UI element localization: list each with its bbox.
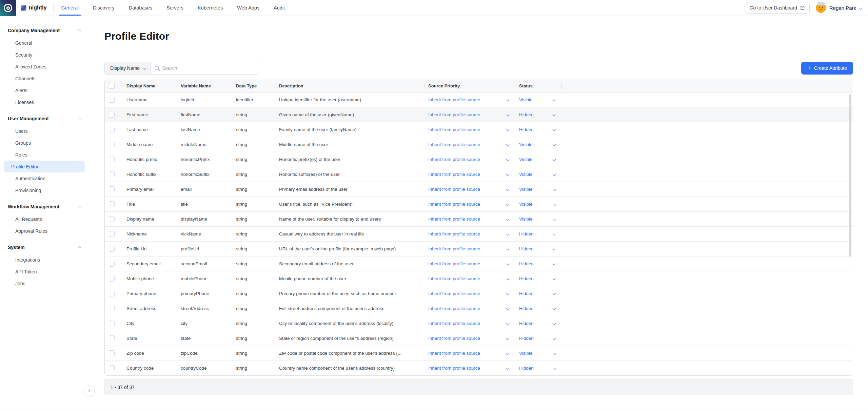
- source-priority-link[interactable]: Inherit from profile source: [428, 97, 480, 102]
- go-to-user-dashboard-button[interactable]: Go to User Dashboard: [745, 2, 810, 14]
- source-priority-link-dropdown[interactable]: Inherit from profile source: [428, 142, 515, 147]
- sidebar-item-general[interactable]: General: [4, 37, 85, 49]
- tab-kubernetes[interactable]: Kubernetes: [198, 0, 223, 16]
- status-link-dropdown[interactable]: Visible: [519, 172, 561, 177]
- sidebar-section-header-system[interactable]: System: [0, 242, 89, 252]
- source-priority-link-dropdown[interactable]: Inherit from profile source: [428, 291, 515, 296]
- source-priority-link[interactable]: Inherit from profile source: [428, 112, 480, 117]
- sidebar-item-security[interactable]: Security: [4, 49, 85, 61]
- row-checkbox[interactable]: [109, 186, 115, 192]
- source-priority-link-dropdown[interactable]: Inherit from profile source: [428, 97, 515, 102]
- row-checkbox[interactable]: [109, 335, 115, 341]
- status-link-dropdown[interactable]: Visible: [519, 217, 561, 222]
- status-link[interactable]: Visible: [519, 142, 533, 147]
- status-link-dropdown[interactable]: Hidden: [519, 321, 561, 326]
- status-link[interactable]: Visible: [519, 172, 533, 177]
- status-link[interactable]: Visible: [519, 187, 533, 192]
- source-priority-link[interactable]: Inherit from profile source: [428, 336, 480, 341]
- source-priority-link-dropdown[interactable]: Inherit from profile source: [428, 202, 515, 207]
- source-priority-link[interactable]: Inherit from profile source: [428, 351, 480, 356]
- sidebar-item-profile-editor[interactable]: Profile Editor: [4, 161, 85, 172]
- status-link[interactable]: Visible: [519, 97, 533, 102]
- row-checkbox[interactable]: [109, 97, 115, 103]
- source-priority-link-dropdown[interactable]: Inherit from profile source: [428, 321, 515, 326]
- sidebar-item-roles[interactable]: Roles: [4, 149, 85, 161]
- status-link[interactable]: Hidden: [519, 321, 534, 326]
- status-link-dropdown[interactable]: Visible: [519, 142, 561, 147]
- source-priority-link[interactable]: Inherit from profile source: [428, 246, 480, 251]
- sidebar-item-all-requests[interactable]: All Requests: [4, 213, 85, 225]
- create-attribute-button[interactable]: Create Attribute: [801, 62, 853, 75]
- status-link[interactable]: Hidden: [519, 336, 534, 341]
- source-priority-link[interactable]: Inherit from profile source: [428, 217, 480, 222]
- brand[interactable]: nightly: [21, 5, 46, 11]
- status-link[interactable]: Visible: [519, 217, 533, 222]
- source-priority-link-dropdown[interactable]: Inherit from profile source: [428, 336, 515, 341]
- status-link-dropdown[interactable]: Hidden: [519, 127, 561, 132]
- row-checkbox[interactable]: [109, 171, 115, 177]
- row-checkbox[interactable]: [109, 246, 115, 252]
- source-priority-link-dropdown[interactable]: Inherit from profile source: [428, 157, 515, 162]
- status-link[interactable]: Visible: [519, 157, 533, 162]
- sidebar-section-header-company-management[interactable]: Company Management: [0, 25, 89, 36]
- source-priority-link[interactable]: Inherit from profile source: [428, 157, 480, 162]
- source-priority-link[interactable]: Inherit from profile source: [428, 366, 480, 371]
- status-link-dropdown[interactable]: Hidden: [519, 306, 561, 311]
- search-input[interactable]: [162, 65, 256, 71]
- row-checkbox[interactable]: [109, 201, 115, 207]
- sidebar-item-integrations[interactable]: Integrations: [4, 254, 85, 266]
- sidebar-item-approval-rules[interactable]: Approval Rules: [4, 225, 85, 237]
- source-priority-link[interactable]: Inherit from profile source: [428, 231, 480, 236]
- row-checkbox[interactable]: [109, 321, 115, 326]
- status-link-dropdown[interactable]: Visible: [519, 187, 561, 192]
- tab-discovery[interactable]: Discovery: [93, 0, 115, 16]
- source-priority-link[interactable]: Inherit from profile source: [428, 321, 480, 326]
- row-checkbox[interactable]: [109, 306, 115, 311]
- brand-logo-icon[interactable]: [0, 0, 16, 16]
- status-link[interactable]: Hidden: [519, 366, 534, 371]
- row-checkbox[interactable]: [109, 142, 115, 147]
- sidebar-item-licenses[interactable]: Licenses: [4, 96, 85, 108]
- source-priority-link-dropdown[interactable]: Inherit from profile source: [428, 127, 515, 132]
- tab-audit[interactable]: Audit: [274, 0, 285, 16]
- status-link[interactable]: Hidden: [519, 127, 534, 132]
- status-link-dropdown[interactable]: Visible: [519, 97, 561, 102]
- status-link-dropdown[interactable]: Hidden: [519, 276, 561, 281]
- row-checkbox[interactable]: [109, 231, 115, 237]
- row-checkbox[interactable]: [109, 276, 115, 282]
- tab-databases[interactable]: Databases: [129, 0, 152, 16]
- select-all-checkbox[interactable]: [109, 83, 115, 89]
- sidebar-item-allowed-zones[interactable]: Allowed Zones: [4, 61, 85, 73]
- source-priority-link[interactable]: Inherit from profile source: [428, 306, 480, 311]
- source-priority-link[interactable]: Inherit from profile source: [428, 127, 480, 132]
- status-link[interactable]: Hidden: [519, 261, 534, 266]
- status-link-dropdown[interactable]: Hidden: [519, 336, 561, 341]
- status-link-dropdown[interactable]: Hidden: [519, 261, 561, 266]
- source-priority-link-dropdown[interactable]: Inherit from profile source: [428, 231, 515, 236]
- row-checkbox[interactable]: [109, 216, 115, 222]
- filter-field-dropdown[interactable]: Display Name: [104, 62, 150, 75]
- status-link-dropdown[interactable]: Hidden: [519, 291, 561, 296]
- source-priority-link[interactable]: Inherit from profile source: [428, 261, 480, 266]
- sidebar-item-provisioning[interactable]: Provisioning: [4, 184, 85, 196]
- source-priority-link-dropdown[interactable]: Inherit from profile source: [428, 112, 515, 117]
- source-priority-link-dropdown[interactable]: Inherit from profile source: [428, 366, 515, 371]
- source-priority-link[interactable]: Inherit from profile source: [428, 276, 480, 281]
- source-priority-link[interactable]: Inherit from profile source: [428, 291, 480, 296]
- source-priority-link-dropdown[interactable]: Inherit from profile source: [428, 276, 515, 281]
- status-link[interactable]: Hidden: [519, 291, 534, 296]
- status-link[interactable]: Hidden: [519, 276, 534, 281]
- user-menu[interactable]: Regan Park: [816, 3, 862, 13]
- row-checkbox[interactable]: [109, 261, 115, 267]
- source-priority-link-dropdown[interactable]: Inherit from profile source: [428, 217, 515, 222]
- source-priority-link[interactable]: Inherit from profile source: [428, 142, 480, 147]
- row-checkbox[interactable]: [109, 291, 115, 296]
- status-link[interactable]: Visible: [519, 351, 533, 356]
- status-link[interactable]: Hidden: [519, 246, 534, 251]
- row-checkbox[interactable]: [109, 157, 115, 162]
- sidebar-section-header-user-management[interactable]: User Management: [0, 114, 89, 124]
- sidebar-item-authentication[interactable]: Authentication: [4, 172, 85, 184]
- sidebar-item-users[interactable]: Users: [4, 125, 85, 137]
- source-priority-link-dropdown[interactable]: Inherit from profile source: [428, 187, 515, 192]
- tab-servers[interactable]: Servers: [166, 0, 183, 16]
